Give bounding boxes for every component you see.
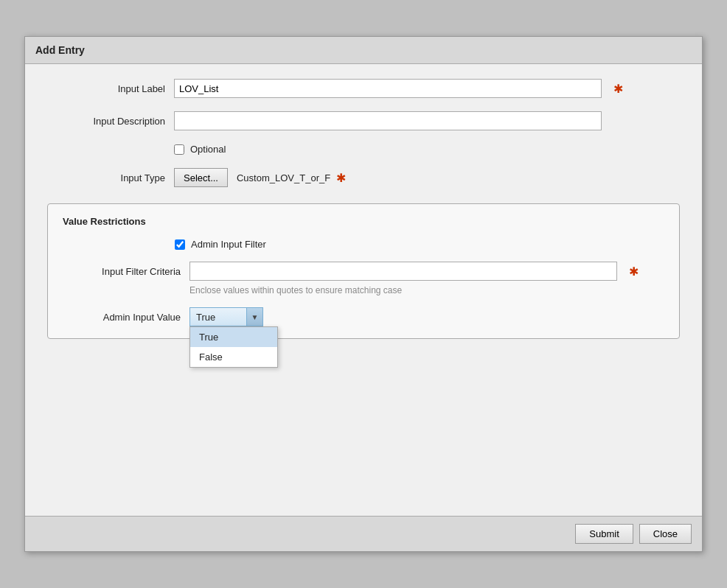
- input-description-label: Input Description: [47, 116, 165, 127]
- input-label-field[interactable]: [174, 79, 602, 98]
- input-filter-criteria-label: Input Filter Criteria: [63, 266, 181, 277]
- admin-input-value-dropdown[interactable]: True ▼: [189, 307, 263, 326]
- dropdown-option-true[interactable]: True: [190, 327, 277, 347]
- dropdown-selected-value: True: [190, 309, 246, 326]
- admin-input-value-label: Admin Input Value: [63, 312, 181, 323]
- input-type-row: Input Type Select... Custom_LOV_T_or_F ✱: [47, 168, 680, 187]
- value-restrictions-section: Value Restrictions Admin Input Filter In…: [47, 203, 680, 339]
- selected-type-display: Custom_LOV_T_or_F ✱: [237, 171, 346, 185]
- input-label-row: Input Label ✱: [47, 79, 680, 98]
- input-filter-criteria-field[interactable]: [189, 262, 617, 281]
- value-restrictions-title: Value Restrictions: [63, 216, 664, 227]
- optional-row: Optional: [174, 144, 680, 155]
- dialog-body: Input Label ✱ Input Description Optional…: [25, 64, 702, 516]
- dialog-title: Add Entry: [25, 37, 702, 64]
- add-entry-dialog: Add Entry Input Label ✱ Input Descriptio…: [24, 36, 703, 552]
- input-filter-criteria-required: ✱: [629, 265, 639, 279]
- input-description-row: Input Description: [47, 111, 680, 130]
- admin-input-value-row: Admin Input Value True ▼ True False: [63, 307, 664, 326]
- input-type-label: Input Type: [47, 172, 165, 183]
- input-label-required: ✱: [613, 82, 623, 96]
- select-type-button[interactable]: Select...: [174, 168, 228, 187]
- input-type-required: ✱: [336, 171, 346, 185]
- admin-input-filter-label[interactable]: Admin Input Filter: [191, 239, 266, 250]
- dialog-footer: Submit Close: [25, 516, 702, 551]
- dropdown-arrow-icon: ▼: [246, 308, 262, 326]
- submit-button[interactable]: Submit: [575, 524, 633, 544]
- admin-input-filter-checkbox[interactable]: [175, 239, 185, 250]
- selected-type-value: Custom_LOV_T_or_F: [237, 172, 330, 183]
- input-filter-criteria-row: Input Filter Criteria ✱: [63, 262, 664, 281]
- input-description-field[interactable]: [174, 111, 602, 130]
- admin-input-filter-row: Admin Input Filter: [63, 239, 664, 250]
- input-label-label: Input Label: [47, 83, 165, 94]
- admin-input-value-dropdown-container: True ▼ True False: [189, 307, 263, 326]
- dropdown-menu: True False: [189, 326, 278, 368]
- dropdown-option-false[interactable]: False: [190, 347, 277, 367]
- filter-criteria-hint: Enclose values within quotes to ensure m…: [189, 285, 664, 295]
- optional-label[interactable]: Optional: [190, 144, 226, 155]
- close-button[interactable]: Close: [639, 524, 692, 544]
- optional-checkbox[interactable]: [174, 144, 184, 155]
